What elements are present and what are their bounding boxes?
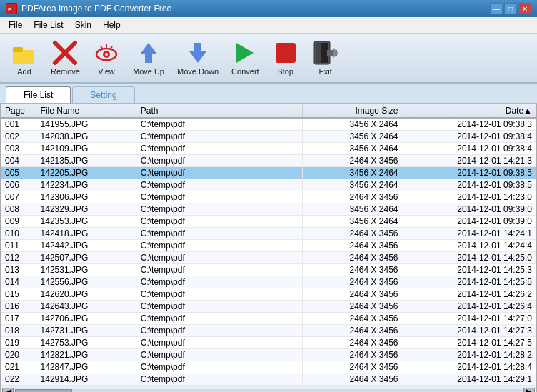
cell-path: C:\temp\pdf — [136, 313, 303, 325]
cell-page: 006 — [1, 179, 36, 191]
cell-filename: 142329.JPG — [36, 203, 136, 216]
cell-imagesize: 3456 X 2464 — [303, 118, 403, 131]
scroll-thumb[interactable] — [15, 389, 72, 393]
table-row[interactable]: 006 142234.JPG C:\temp\pdf 3456 X 2464 2… — [1, 179, 536, 191]
svg-rect-16 — [194, 43, 201, 51]
scroll-right-button[interactable]: ▶ — [523, 388, 535, 393]
add-button[interactable]: Add — [6, 36, 43, 79]
cell-filename: 142442.JPG — [36, 240, 136, 252]
table-row[interactable]: 004 142135.JPG C:\temp\pdf 2464 X 3456 2… — [1, 155, 536, 167]
cell-page: 002 — [1, 131, 36, 143]
table-row[interactable]: 017 142706.JPG C:\temp\pdf 2464 X 3456 2… — [1, 313, 536, 325]
col-page[interactable]: Page — [1, 104, 36, 118]
tab-setting[interactable]: Setting — [72, 86, 134, 103]
scroll-track[interactable] — [15, 389, 522, 393]
cell-date: 2014-12-01 14:27:5 — [403, 337, 536, 349]
cell-path: C:\temp\pdf — [136, 361, 303, 373]
cell-path: C:\temp\pdf — [136, 252, 303, 264]
move-down-button[interactable]: Move Down — [172, 36, 224, 79]
table-row[interactable]: 018 142731.JPG C:\temp\pdf 2464 X 3456 2… — [1, 325, 536, 337]
tabs-area: File List Setting — [0, 84, 537, 104]
cell-filename: 142507.JPG — [36, 252, 136, 264]
table-row[interactable]: 007 142306.JPG C:\temp\pdf 2464 X 3456 2… — [1, 191, 536, 203]
table-row[interactable]: 021 142847.JPG C:\temp\pdf 2464 X 3456 2… — [1, 361, 536, 373]
table-row[interactable]: 014 142556.JPG C:\temp\pdf 2464 X 3456 2… — [1, 276, 536, 288]
menu-file[interactable]: File — [3, 19, 28, 31]
table-row[interactable]: 015 142620.JPG C:\temp\pdf 2464 X 3456 2… — [1, 288, 536, 301]
scrollbar-horizontal[interactable]: ◀ ▶ — [1, 386, 536, 392]
table-row[interactable]: 013 142531.JPG C:\temp\pdf 2464 X 3456 2… — [1, 264, 536, 276]
table-wrapper[interactable]: Page File Name Path Image Size Date▲ 001… — [1, 104, 536, 386]
view-button[interactable]: View — [88, 36, 125, 79]
minimize-button[interactable]: — — [490, 3, 503, 14]
cell-path: C:\temp\pdf — [136, 264, 303, 276]
table-row[interactable]: 005 142205.JPG C:\temp\pdf 3456 X 2464 2… — [1, 167, 536, 179]
cell-date: 2014-12-01 09:38:5 — [403, 179, 536, 191]
cell-date: 2014-12-01 09:38:4 — [403, 131, 536, 143]
svg-marker-14 — [140, 43, 157, 54]
cell-imagesize: 2464 X 3456 — [303, 240, 403, 252]
col-imagesize[interactable]: Image Size — [303, 104, 403, 118]
cell-filename: 142731.JPG — [36, 325, 136, 337]
svg-rect-15 — [145, 54, 152, 63]
convert-button[interactable]: Convert — [226, 36, 264, 79]
cell-date: 2014-12-01 14:26:2 — [403, 288, 536, 301]
tab-file-list[interactable]: File List — [6, 86, 71, 103]
cell-page: 020 — [1, 349, 36, 361]
exit-button[interactable]: Exit — [307, 36, 344, 79]
cell-filename: 142556.JPG — [36, 276, 136, 288]
table-row[interactable]: 003 142109.JPG C:\temp\pdf 3456 X 2464 2… — [1, 143, 536, 155]
cell-page: 015 — [1, 288, 36, 301]
cell-date: 2014-12-01 14:28:4 — [403, 361, 536, 373]
table-row[interactable]: 002 142038.JPG C:\temp\pdf 3456 X 2464 2… — [1, 131, 536, 143]
table-row[interactable]: 009 142353.JPG C:\temp\pdf 3456 X 2464 2… — [1, 216, 536, 228]
table-row[interactable]: 012 142507.JPG C:\temp\pdf 2464 X 3456 2… — [1, 252, 536, 264]
table-row[interactable]: 008 142329.JPG C:\temp\pdf 3456 X 2464 2… — [1, 203, 536, 216]
cell-path: C:\temp\pdf — [136, 143, 303, 155]
scroll-left-button[interactable]: ◀ — [2, 388, 14, 393]
move-up-button[interactable]: Move Up — [128, 36, 169, 79]
table-row[interactable]: 022 142914.JPG C:\temp\pdf 2464 X 3456 2… — [1, 373, 536, 386]
menu-skin[interactable]: Skin — [69, 19, 97, 31]
table-row[interactable]: 001 141955.JPG C:\temp\pdf 3456 X 2464 2… — [1, 118, 536, 131]
svg-rect-19 — [276, 43, 296, 63]
cell-path: C:\temp\pdf — [136, 191, 303, 203]
table-row[interactable]: 019 142753.JPG C:\temp\pdf 2464 X 3456 2… — [1, 337, 536, 349]
cell-path: C:\temp\pdf — [136, 325, 303, 337]
svg-marker-23 — [333, 47, 338, 59]
table-row[interactable]: 011 142442.JPG C:\temp\pdf 2464 X 3456 2… — [1, 240, 536, 252]
cell-path: C:\temp\pdf — [136, 155, 303, 167]
cell-imagesize: 3456 X 2464 — [303, 216, 403, 228]
cell-imagesize: 2464 X 3456 — [303, 313, 403, 325]
cell-date: 2014-12-01 14:26:4 — [403, 301, 536, 313]
cell-path: C:\temp\pdf — [136, 131, 303, 143]
add-label: Add — [17, 67, 31, 76]
cell-path: C:\temp\pdf — [136, 203, 303, 216]
menu-help[interactable]: Help — [97, 19, 126, 31]
table-row[interactable]: 016 142643.JPG C:\temp\pdf 2464 X 3456 2… — [1, 301, 536, 313]
cell-date: 2014-12-01 09:38:5 — [403, 167, 536, 179]
col-path[interactable]: Path — [136, 104, 303, 118]
cell-filename: 142847.JPG — [36, 361, 136, 373]
table-row[interactable]: 010 142418.JPG C:\temp\pdf 2464 X 3456 2… — [1, 228, 536, 240]
file-table: Page File Name Path Image Size Date▲ 001… — [1, 104, 536, 386]
cell-path: C:\temp\pdf — [136, 288, 303, 301]
remove-button[interactable]: Remove — [46, 36, 85, 79]
close-button[interactable]: ✕ — [518, 3, 531, 14]
cell-filename: 142821.JPG — [36, 349, 136, 361]
col-filename[interactable]: File Name — [36, 104, 136, 118]
maximize-button[interactable]: □ — [504, 3, 517, 14]
cell-date: 2014-12-01 09:38:4 — [403, 143, 536, 155]
cell-page: 008 — [1, 203, 36, 216]
cell-page: 012 — [1, 252, 36, 264]
cell-filename: 142620.JPG — [36, 288, 136, 301]
cell-filename: 142418.JPG — [36, 228, 136, 240]
cell-filename: 142109.JPG — [36, 143, 136, 155]
table-row[interactable]: 020 142821.JPG C:\temp\pdf 2464 X 3456 2… — [1, 349, 536, 361]
move-up-icon — [136, 40, 161, 66]
col-date[interactable]: Date▲ — [403, 104, 536, 118]
menu-filelist[interactable]: File List — [28, 19, 69, 31]
cell-date: 2014-12-01 09:39:0 — [403, 203, 536, 216]
cell-filename: 142353.JPG — [36, 216, 136, 228]
stop-button[interactable]: Stop — [267, 36, 304, 79]
